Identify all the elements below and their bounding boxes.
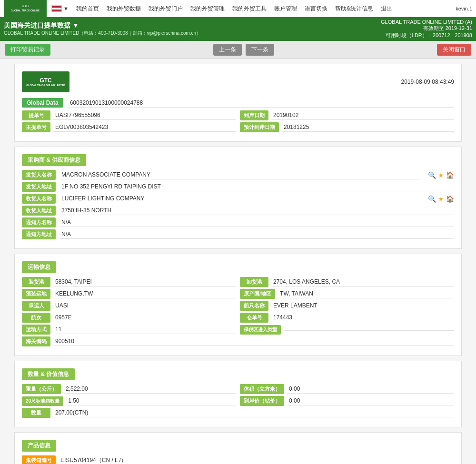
nav-trade-data[interactable]: 我的外贸数据 bbox=[103, 0, 145, 17]
arrival-price-label: 到岸价（钻价） bbox=[240, 396, 284, 406]
global-data-value: 60032019013100000024788 bbox=[68, 99, 454, 108]
global-data-row: Global Data 60032019013100000024788 bbox=[22, 98, 454, 108]
shipper-star-icon[interactable]: ★ bbox=[438, 171, 444, 179]
load-place-value: KEELUNG,TW bbox=[53, 289, 236, 298]
carrier-value: UASI bbox=[53, 301, 236, 310]
container20-label: 20尺标准箱数量 bbox=[22, 396, 63, 406]
origin-country-value: TW, TAIWAN bbox=[278, 289, 454, 298]
bill-value: UASI7796555096 bbox=[53, 111, 236, 120]
arrival-date-label: 到岸日期 bbox=[240, 110, 268, 120]
container-no-value: EISU5704194（CN / L /） bbox=[59, 455, 454, 464]
section-title-quantity: 数量 & 价值信息 bbox=[22, 368, 75, 380]
estimated-arrival-col: 预计到岸日期 20181225 bbox=[240, 122, 454, 132]
transport-mode-label: 运输方式 bbox=[22, 325, 50, 335]
shipper-row: 发货人名称 MACRON ASSOCIATE COMPANY 🔍 ★ 🏠 bbox=[22, 170, 454, 180]
port-row: 装货港 58304, TAIPEI 卸货港 2704, LOS ANGELES,… bbox=[22, 277, 454, 287]
arrival-price-value: 0.00 bbox=[287, 396, 454, 405]
flag-selector[interactable]: ▼ bbox=[51, 5, 69, 12]
quantity-section: 数量 & 价值信息 重量（公斤） 2,522.00 体积（立方米） 0.00 2… bbox=[14, 361, 462, 427]
carrier-label: 承运人 bbox=[22, 301, 50, 311]
flag-dropdown-icon: ▼ bbox=[63, 6, 69, 11]
discharge-port-col: 卸货港 2704, LOS ANGELES, CA bbox=[240, 277, 454, 287]
qty-row: 数量 207.00(CTN) bbox=[22, 408, 454, 418]
section-title-product: 产品信息 bbox=[22, 440, 56, 452]
arrival-price-col: 到岸价（钻价） 0.00 bbox=[240, 396, 454, 406]
master-bill-label: 主提单号 bbox=[22, 122, 50, 132]
notify-addr-label: 通知方地址 bbox=[22, 229, 56, 239]
nav-trade-manage[interactable]: 我的外贸管理 bbox=[187, 0, 228, 17]
nav-menu: 我的首页 我的外贸数据 我的外贸门户 我的外贸管理 我的外贸工具 账户管理 语言… bbox=[72, 0, 396, 17]
qty-label: 数量 bbox=[22, 408, 50, 418]
doc-datetime: 2019-08-09 08:43:49 bbox=[401, 79, 454, 85]
bill-label: 提单号 bbox=[22, 110, 50, 120]
next-button[interactable]: 下一条 bbox=[246, 44, 274, 56]
consignee-addr-row: 收货人地址 3750 IH-35 NORTH bbox=[22, 206, 454, 216]
shipper-addr-label: 发货人地址 bbox=[22, 182, 56, 192]
buyer-supplier-header: 采购商 & 供应商信息 bbox=[22, 154, 454, 170]
weight-label: 重量（公斤） bbox=[22, 384, 61, 394]
nav-account[interactable]: 账户管理 bbox=[270, 0, 301, 17]
notify-row: 通知方名称 N/A bbox=[22, 217, 454, 227]
product-header: 产品信息 bbox=[22, 440, 454, 455]
bill-number-col: 提单号 UASI7796555096 bbox=[22, 110, 236, 120]
consignee-row: 收货人名称 LUCIFER LIGHTING COMPANY 🔍 ★ 🏠 bbox=[22, 194, 454, 204]
voyage-label: 航次 bbox=[22, 313, 50, 323]
consignee-icons: 🔍 ★ 🏠 bbox=[428, 195, 454, 203]
quantity-header: 数量 & 价值信息 bbox=[22, 368, 454, 384]
bill-row: 提单号 UASI7796555096 到岸日期 20190102 bbox=[22, 110, 454, 120]
qty-value: 207.00(CTN) bbox=[53, 408, 454, 417]
user-info: kevin.1 bbox=[456, 6, 472, 11]
section-title-transport: 运输信息 bbox=[22, 261, 56, 273]
close-button[interactable]: 关闭窗口 bbox=[437, 44, 471, 56]
nav-language[interactable]: 语言切换 bbox=[301, 0, 331, 17]
boned-type-value bbox=[284, 328, 454, 331]
consignee-star-icon[interactable]: ★ bbox=[438, 195, 444, 203]
warehouse-label: 仓单号 bbox=[240, 313, 268, 323]
load-port-value: 58304, TAIPEI bbox=[53, 277, 236, 286]
shipper-addr-value: 1F NO 352 PENGYI RD TAIPING DIST bbox=[60, 182, 454, 191]
transport-mode-row: 运输方式 11 保税区进入类型 bbox=[22, 325, 454, 335]
consignee-addr-label: 收货人地址 bbox=[22, 206, 56, 216]
transport-mode-col: 运输方式 11 bbox=[22, 325, 236, 335]
estimated-arrival-value: 20181225 bbox=[282, 123, 454, 132]
voyage-col: 航次 0957E bbox=[22, 313, 236, 323]
page-title: 美国海关进口提单数据 ▼ bbox=[4, 21, 381, 30]
nav-home[interactable]: 我的首页 bbox=[72, 0, 103, 17]
container-qty-row: 20尺标准箱数量 1.50 到岸价（钻价） 0.00 bbox=[22, 396, 454, 406]
nav-help[interactable]: 帮助&统计信息 bbox=[331, 0, 377, 17]
warehouse-value: 174443 bbox=[271, 313, 454, 322]
load-place-label: 预装运地 bbox=[22, 289, 50, 299]
discharge-port-value: 2704, LOS ANGELES, CA bbox=[271, 277, 454, 286]
notify-addr-row: 通知方地址 N/A bbox=[22, 229, 454, 239]
page-title-area: 美国海关进口提单数据 ▼ GLOBAL TRADE ONLINE LIMITED… bbox=[4, 21, 381, 37]
master-bill-value: EGLV003803542423 bbox=[53, 123, 236, 132]
section-title-buyer: 采购商 & 供应商信息 bbox=[22, 154, 86, 166]
consignee-label: 收货人名称 bbox=[22, 194, 56, 204]
arrival-date-value: 20190102 bbox=[271, 111, 454, 120]
boned-type-col: 保税区进入类型 bbox=[240, 325, 454, 335]
weight-value: 2,522.00 bbox=[64, 385, 236, 394]
consignee-addr-value: 3750 IH-35 NORTH bbox=[60, 206, 454, 215]
print-button[interactable]: 打印贸易记录 bbox=[5, 44, 50, 56]
transport-mode-value: 11 bbox=[53, 325, 236, 334]
discharge-port-label: 卸货港 bbox=[240, 277, 268, 287]
nav-trade-portal[interactable]: 我的外贸门户 bbox=[145, 0, 187, 17]
page-subtitle: GLOBAL TRADE ONLINE LIMITED（电话：400-710-3… bbox=[4, 30, 381, 37]
consignee-home-icon[interactable]: 🏠 bbox=[446, 195, 454, 203]
nav-logout[interactable]: 退出 bbox=[377, 0, 396, 17]
document-card: GTC GLOBAL TRADE ONLINE LIMITED 2019-08-… bbox=[14, 64, 462, 142]
buyer-supplier-section: 采购商 & 供应商信息 发货人名称 MACRON ASSOCIATE COMPA… bbox=[14, 147, 462, 249]
voyage-value: 0957E bbox=[53, 313, 236, 322]
shipper-search-icon[interactable]: 🔍 bbox=[428, 171, 436, 179]
shipper-label: 发货人名称 bbox=[22, 170, 56, 180]
nav-trade-tools[interactable]: 我的外贸工具 bbox=[228, 0, 270, 17]
container-no-label: 集装箱编号 bbox=[22, 455, 56, 464]
vessel-col: 船只名称 EVER LAMBENT bbox=[240, 301, 454, 311]
consignee-search-icon[interactable]: 🔍 bbox=[428, 195, 436, 203]
notify-label: 通知方名称 bbox=[22, 217, 56, 227]
shipper-home-icon[interactable]: 🏠 bbox=[446, 171, 454, 179]
prev-button[interactable]: 上一条 bbox=[213, 44, 242, 56]
carrier-col: 承运人 UASI bbox=[22, 301, 236, 311]
vessel-value: EVER LAMBENT bbox=[271, 301, 454, 310]
estimated-arrival-label: 预计到岸日期 bbox=[240, 122, 279, 132]
